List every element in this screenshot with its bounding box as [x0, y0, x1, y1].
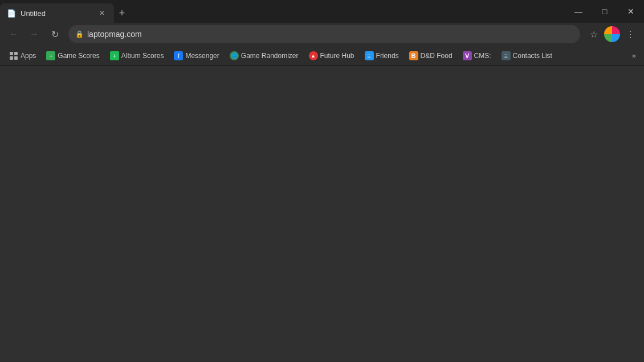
- bookmark-future-hub-label: Future Hub: [320, 52, 354, 60]
- new-tab-button[interactable]: +: [114, 5, 130, 21]
- bookmark-messenger-label: Messenger: [185, 52, 219, 60]
- bookmark-friends[interactable]: ≡ Friends: [360, 49, 403, 63]
- title-bar: 📄 Untitled ✕ + — □ ✕: [0, 0, 644, 23]
- lock-icon: 🔒: [75, 30, 84, 38]
- tab-close-button[interactable]: ✕: [97, 8, 107, 18]
- bookmark-apps-label: Apps: [21, 52, 36, 60]
- window-controls: — □ ✕: [565, 0, 644, 23]
- bookmark-apps[interactable]: Apps: [5, 49, 40, 63]
- dnd-food-icon: B: [409, 51, 418, 60]
- bookmark-game-scores-label: Game Scores: [58, 52, 99, 60]
- tabs-area: 📄 Untitled ✕ +: [0, 0, 565, 23]
- bookmark-cms-label: CMS:: [474, 52, 491, 60]
- bookmark-dnd-food-label: D&D Food: [421, 52, 453, 60]
- bookmark-contacts-list-label: Contacts List: [513, 52, 552, 60]
- tab-favicon: 📄: [7, 9, 16, 18]
- bookmark-friends-label: Friends: [376, 52, 399, 60]
- toolbar-right: ☆ ⋮: [585, 25, 639, 43]
- bookmark-messenger[interactable]: f Messenger: [169, 49, 223, 63]
- cms-icon: V: [463, 51, 472, 60]
- bookmarks-bar: Apps + Game Scores + Album Scores f Mess…: [0, 46, 644, 66]
- forward-button[interactable]: →: [25, 25, 43, 43]
- future-hub-icon: ▲: [309, 51, 318, 60]
- bookmark-button[interactable]: ☆: [585, 25, 603, 43]
- maximize-button[interactable]: □: [592, 0, 618, 23]
- bookmark-game-scores[interactable]: + Game Scores: [42, 49, 104, 63]
- address-bar[interactable]: 🔒 laptopmag.com: [68, 25, 580, 43]
- url-text: laptopmag.com: [87, 30, 573, 39]
- tab-title: Untitled: [21, 9, 92, 18]
- profile-avatar[interactable]: [604, 26, 620, 42]
- back-button[interactable]: ←: [5, 25, 23, 43]
- bookmark-cms[interactable]: V CMS:: [458, 49, 496, 63]
- minimize-button[interactable]: —: [565, 0, 592, 23]
- close-button[interactable]: ✕: [618, 0, 644, 23]
- messenger-icon: f: [174, 51, 183, 60]
- menu-button[interactable]: ⋮: [621, 25, 639, 43]
- bookmark-dnd-food[interactable]: B D&D Food: [405, 49, 457, 63]
- bookmark-album-scores[interactable]: + Album Scores: [105, 49, 169, 63]
- bookmark-game-randomizer-label: Game Randomizer: [241, 52, 299, 60]
- bookmark-album-scores-label: Album Scores: [121, 52, 164, 60]
- bookmark-contacts-list[interactable]: ≡ Contacts List: [497, 49, 557, 63]
- friends-icon: ≡: [365, 51, 374, 60]
- contacts-list-icon: ≡: [502, 51, 511, 60]
- reload-button[interactable]: ↻: [46, 25, 64, 43]
- game-randomizer-icon: 🌐: [230, 51, 239, 60]
- album-scores-icon: +: [110, 51, 119, 60]
- bookmark-future-hub[interactable]: ▲ Future Hub: [304, 49, 359, 63]
- active-tab[interactable]: 📄 Untitled ✕: [0, 3, 114, 23]
- game-scores-icon: +: [46, 51, 55, 60]
- navigation-bar: ← → ↻ 🔒 laptopmag.com ☆ ⋮: [0, 23, 644, 46]
- main-content-area: [0, 66, 644, 361]
- apps-icon: [9, 51, 18, 60]
- bookmarks-overflow-button[interactable]: »: [629, 49, 639, 62]
- bookmark-game-randomizer[interactable]: 🌐 Game Randomizer: [225, 49, 303, 63]
